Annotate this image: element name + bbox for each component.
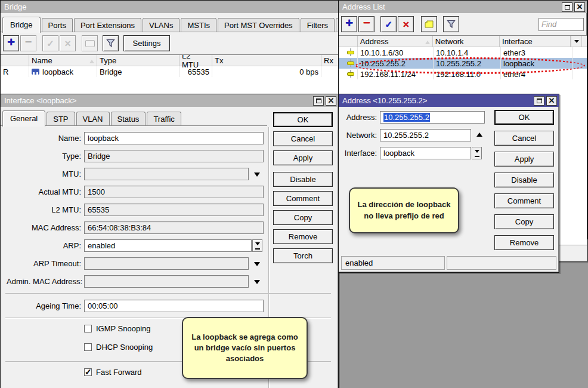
annotation-note-loopback-prefix: La dirección de loopback no lleva prefij… bbox=[349, 187, 459, 233]
add-address-button[interactable]: + bbox=[341, 16, 357, 32]
cancel-button[interactable]: Cancel bbox=[494, 131, 554, 146]
column-l2mtu[interactable]: L2 MTU bbox=[180, 55, 212, 66]
dropdown-arrow-icon[interactable] bbox=[254, 173, 260, 180]
dropdown-arrow-icon[interactable] bbox=[254, 280, 260, 287]
address-list-titlebar[interactable]: Address List ✕ bbox=[339, 1, 587, 13]
arp-select[interactable]: enabled bbox=[84, 239, 252, 252]
tab-traffic[interactable]: Traffic bbox=[147, 112, 181, 126]
column-name[interactable]: Name bbox=[29, 55, 97, 66]
column-flags[interactable] bbox=[1, 55, 29, 66]
comment-button[interactable] bbox=[82, 35, 98, 51]
interface-dropdown-button[interactable] bbox=[472, 147, 482, 159]
disable-button[interactable]: Disable bbox=[273, 172, 333, 187]
dhcp-snooping-checkbox[interactable] bbox=[84, 343, 92, 351]
dhcp-snooping-label: DHCP Snooping bbox=[96, 343, 153, 352]
name-field[interactable]: loopback bbox=[84, 132, 264, 144]
column-interface[interactable]: Interface bbox=[500, 36, 571, 47]
apply-button[interactable]: Apply bbox=[494, 152, 554, 167]
comment-button[interactable]: Comment bbox=[273, 191, 333, 206]
mtu-field[interactable] bbox=[84, 168, 249, 180]
row-spacer bbox=[572, 47, 587, 58]
remove-button[interactable]: Remove bbox=[273, 229, 333, 244]
tab-bridge[interactable]: Bridge bbox=[2, 17, 41, 33]
column-network[interactable]: Network bbox=[433, 36, 500, 47]
tab-vlans[interactable]: VLANs bbox=[143, 18, 180, 32]
separator bbox=[5, 293, 331, 294]
dropdown-bar bbox=[475, 156, 479, 157]
tab-port-mst-overrides[interactable]: Port MST Overrides bbox=[218, 18, 299, 32]
fast-forward-checkbox[interactable] bbox=[84, 368, 92, 376]
close-button[interactable]: ✕ bbox=[326, 96, 336, 106]
tab-ports[interactable]: Ports bbox=[42, 18, 73, 32]
address-field[interactable]: 10.255.255.2 bbox=[380, 111, 485, 124]
apply-button[interactable]: Apply bbox=[273, 150, 333, 165]
comment-card-icon bbox=[85, 40, 95, 47]
network-field[interactable]: 10.255.255.2 bbox=[380, 129, 471, 141]
close-button[interactable]: ✕ bbox=[546, 96, 557, 106]
remove-button[interactable]: − bbox=[20, 35, 36, 51]
arp-dropdown-button[interactable] bbox=[252, 239, 262, 252]
interface-select[interactable]: loopback bbox=[380, 147, 471, 159]
chevron-down-icon bbox=[255, 242, 260, 248]
tab-port-extensions[interactable]: Port Extensions bbox=[74, 18, 141, 32]
maximize-button[interactable] bbox=[313, 96, 324, 106]
address-row[interactable]: 192.168.11.1/24 192.168.11.0 ether4 bbox=[339, 69, 587, 79]
copy-button[interactable]: Copy bbox=[494, 214, 554, 229]
plus-icon: + bbox=[7, 36, 15, 49]
address-dialog-title: Address <10.255.255.2> bbox=[342, 96, 427, 105]
settings-button[interactable]: Settings bbox=[123, 35, 170, 51]
column-tx[interactable]: Tx bbox=[212, 55, 321, 66]
column-options-button[interactable] bbox=[571, 36, 582, 47]
address-dialog-titlebar[interactable]: Address <10.255.255.2> ✕ bbox=[339, 94, 559, 107]
disable-button[interactable]: ✕ bbox=[60, 35, 76, 51]
row-icon-cell bbox=[339, 47, 358, 58]
igmp-snooping-checkbox[interactable] bbox=[84, 325, 92, 332]
add-button[interactable]: + bbox=[3, 35, 19, 51]
interface-titlebar[interactable]: Interface <loopback> ✕ bbox=[1, 94, 338, 107]
maximize-button[interactable] bbox=[534, 96, 544, 106]
mac-address-field: 66:54:08:38:B3:84 bbox=[84, 221, 264, 234]
comment-address-button[interactable] bbox=[421, 16, 437, 32]
copy-button[interactable]: Copy bbox=[273, 210, 333, 225]
tab-mstis[interactable]: MSTIs bbox=[181, 18, 216, 32]
address-row[interactable]: 10.10.1.6/30 10.10.1.4 ether3 bbox=[339, 47, 587, 58]
tab-filters[interactable]: Filters bbox=[301, 18, 335, 32]
comment-button[interactable]: Comment bbox=[494, 193, 554, 208]
remove-address-button[interactable]: − bbox=[358, 16, 375, 32]
enable-address-button[interactable]: ✓ bbox=[380, 16, 397, 32]
row-interface: ether4 bbox=[501, 69, 572, 79]
dropdown-arrow-icon[interactable] bbox=[254, 262, 260, 269]
close-icon: ✕ bbox=[549, 97, 555, 104]
row-interface: loopback bbox=[501, 58, 572, 69]
torch-button[interactable]: Torch bbox=[273, 248, 333, 263]
arp-timeout-field[interactable] bbox=[84, 257, 249, 270]
tab-general[interactable]: General bbox=[2, 110, 45, 127]
ageing-time-field[interactable]: 00:05:00 bbox=[84, 300, 264, 312]
filter-address-button[interactable] bbox=[443, 16, 459, 32]
tab-vlan[interactable]: VLAN bbox=[76, 112, 110, 126]
find-input[interactable] bbox=[539, 18, 584, 31]
check-icon: ✓ bbox=[47, 39, 54, 48]
tab-status[interactable]: Status bbox=[111, 112, 146, 126]
cancel-button[interactable]: Cancel bbox=[273, 131, 333, 146]
address-row-selected[interactable]: 10.255.255.2 10.255.255.2 loopback bbox=[339, 58, 587, 69]
ok-button[interactable]: OK bbox=[273, 112, 333, 127]
filter-button[interactable] bbox=[103, 35, 119, 51]
interface-dialog: Interface <loopback> ✕ General STP VLAN … bbox=[0, 94, 339, 388]
interface-label: Interface: bbox=[342, 149, 377, 158]
close-button[interactable]: ✕ bbox=[574, 2, 585, 12]
tab-stp[interactable]: STP bbox=[47, 112, 75, 126]
remove-button[interactable]: Remove bbox=[494, 235, 554, 250]
ok-button[interactable]: OK bbox=[494, 110, 554, 125]
row-network: 10.255.255.2 bbox=[434, 58, 501, 69]
bridge-window-title: Bridge bbox=[4, 2, 27, 11]
disable-address-button[interactable]: ✕ bbox=[398, 16, 414, 32]
column-address[interactable]: Address bbox=[358, 36, 433, 47]
disable-button[interactable]: Disable bbox=[494, 173, 554, 187]
admin-mac-field[interactable] bbox=[84, 275, 249, 288]
row-type: Bridge bbox=[97, 66, 180, 77]
enable-button[interactable]: ✓ bbox=[42, 35, 58, 51]
maximize-button[interactable] bbox=[562, 2, 572, 12]
column-type[interactable]: Type bbox=[97, 55, 180, 66]
dropup-arrow-icon[interactable] bbox=[476, 130, 482, 137]
